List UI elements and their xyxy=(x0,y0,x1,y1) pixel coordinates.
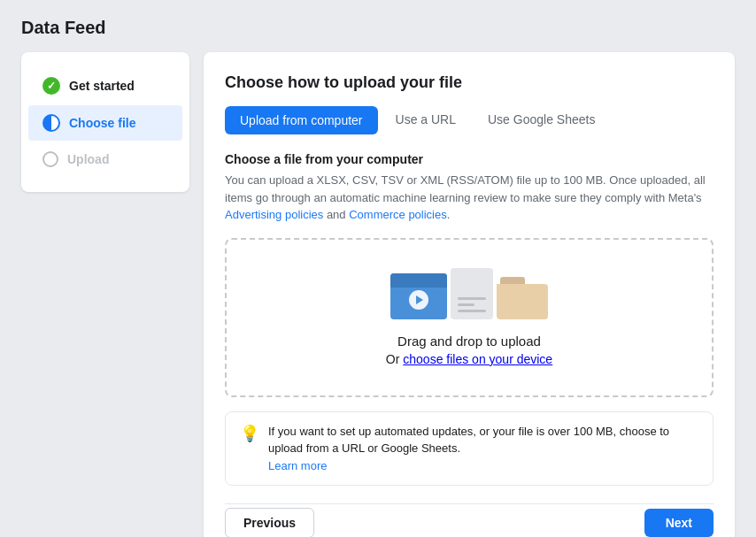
tab-computer[interactable]: Upload from computer xyxy=(225,106,378,134)
previous-button[interactable]: Previous xyxy=(225,508,314,537)
sidebar-label-choose-file: Choose file xyxy=(69,116,135,130)
tab-url[interactable]: Use a URL xyxy=(382,106,470,134)
empty-circle-icon xyxy=(42,151,58,167)
dropzone[interactable]: Drag and drop to upload Or choose files … xyxy=(225,238,714,397)
info-box: 💡 If you want to set up automated update… xyxy=(225,411,714,487)
desc-text-3: . xyxy=(447,208,451,221)
bulb-icon: 💡 xyxy=(240,424,259,443)
desc-text-2: and xyxy=(323,208,349,221)
main-panel: Choose how to upload your file Upload fr… xyxy=(204,52,735,537)
info-text: If you want to set up automated updates,… xyxy=(268,423,698,475)
play-button-icon xyxy=(409,290,428,310)
folder-body xyxy=(497,284,548,319)
info-text-content: If you want to set up automated updates,… xyxy=(268,425,669,456)
file-video-icon xyxy=(390,273,447,319)
or-text: Or xyxy=(386,352,403,366)
sidebar: Get started Choose file Upload xyxy=(21,52,189,192)
next-button[interactable]: Next xyxy=(644,509,714,537)
commerce-policies-link[interactable]: Commerce policies xyxy=(349,208,447,221)
sidebar-item-choose-file[interactable]: Choose file xyxy=(28,105,182,141)
sidebar-label-get-started: Get started xyxy=(69,79,135,93)
file-line-1 xyxy=(458,297,486,300)
sidebar-item-upload: Upload xyxy=(28,142,182,176)
half-circle-icon xyxy=(42,114,60,132)
drag-drop-text: Drag and drop to upload xyxy=(397,334,541,349)
sidebar-item-get-started[interactable]: Get started xyxy=(28,68,182,104)
panel-title: Choose how to upload your file xyxy=(225,73,714,92)
file-lines-icon xyxy=(451,268,493,319)
desc-text-1: You can upload a XLSX, CSV, TSV or XML (… xyxy=(225,173,706,204)
check-circle-icon xyxy=(42,77,60,95)
main-layout: Get started Choose file Upload Choose ho… xyxy=(21,52,735,537)
file-line-2 xyxy=(458,303,474,306)
section-description: You can upload a XLSX, CSV, TSV or XML (… xyxy=(225,172,714,224)
tab-bar: Upload from computer Use a URL Use Googl… xyxy=(225,106,714,134)
footer: Previous Next xyxy=(225,503,714,537)
advertising-policies-link[interactable]: Advertising policies xyxy=(225,208,323,221)
section-heading: Choose a file from your computer xyxy=(225,152,714,166)
dropzone-icons xyxy=(390,268,548,319)
page-title: Data Feed xyxy=(21,18,106,38)
file-line-3 xyxy=(458,310,486,312)
choose-files-link[interactable]: choose files on your device xyxy=(403,352,552,366)
folder-icon xyxy=(497,277,548,319)
tab-sheets[interactable]: Use Google Sheets xyxy=(474,106,609,134)
sidebar-label-upload: Upload xyxy=(67,152,109,166)
dropzone-or-line: Or choose files on your device xyxy=(386,352,552,366)
learn-more-link[interactable]: Learn more xyxy=(268,459,327,472)
